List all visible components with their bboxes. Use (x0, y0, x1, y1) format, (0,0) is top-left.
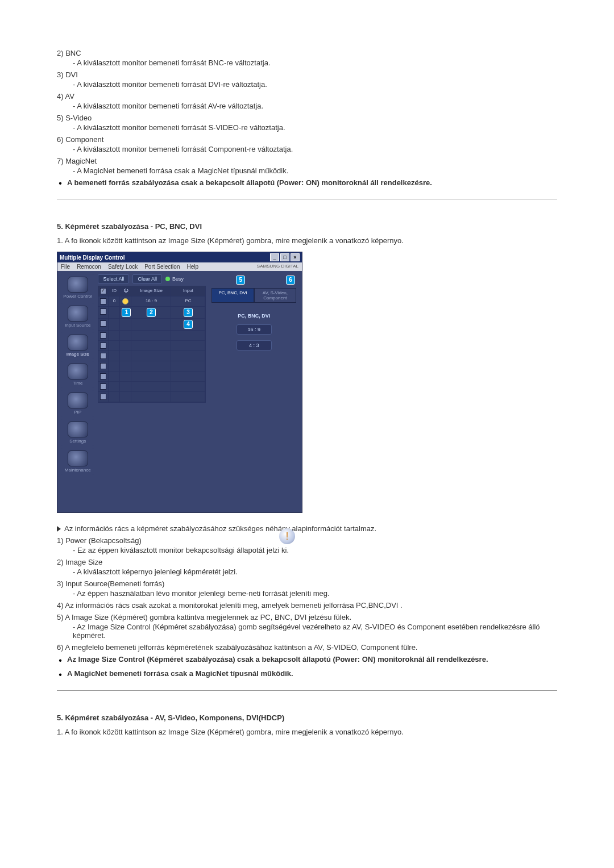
note-text: Az Image Size Control (Képméret szabályo… (67, 655, 557, 663)
list-item: 4) AV (57, 92, 557, 101)
item-number: 4) (57, 92, 64, 101)
sidebar-item-settings[interactable]: Settings (61, 419, 94, 446)
list-item: 2) BNC (57, 49, 557, 57)
cell-input: PC (171, 297, 205, 307)
menu-help[interactable]: Help (186, 264, 198, 270)
section-title: 5. Képméret szabályozása - AV, S-Video, … (57, 713, 557, 722)
tab-pc-bnc-dvi[interactable]: PC, BNC, DVI (211, 288, 254, 303)
row-checkbox[interactable] (100, 298, 106, 304)
callout-1: 1 (122, 308, 131, 317)
grid-header: ✓ ID ⏻ Image Size Input (98, 286, 205, 297)
sidebar-item-image-size[interactable]: Image Size (61, 332, 94, 359)
aspect-16-9-button[interactable]: 16 : 9 (237, 324, 272, 335)
sidebar-item-pip[interactable]: PIP (61, 390, 94, 417)
item-number: 6) (57, 135, 64, 144)
select-all-button[interactable]: Select All (98, 274, 129, 283)
image-size-icon (68, 335, 88, 350)
menu-file[interactable]: File (61, 264, 70, 270)
tabs: PC, BNC, DVI AV, S-Video, Component (211, 288, 296, 303)
grid-row[interactable]: 0 16 : 9 PC (98, 297, 205, 307)
sidebar-label: Power Control (63, 294, 92, 299)
grid-row (98, 341, 205, 351)
busy-label: Busy (172, 276, 184, 282)
window-controls: _ □ × (270, 253, 300, 261)
row-checkbox[interactable] (100, 363, 106, 369)
tab-av-svideo-component[interactable]: AV, S-Video, Component (254, 288, 296, 303)
row-checkbox[interactable] (100, 332, 106, 339)
menu-port-selection[interactable]: Port Selection (144, 264, 180, 270)
info-icon[interactable]: ! (279, 528, 295, 544)
item-label: S-Video (65, 114, 92, 122)
aspect-4-3-button[interactable]: 4 : 3 (237, 340, 272, 350)
item-number: 2) (57, 49, 64, 57)
bullet-icon: • (57, 670, 64, 680)
grid-row (98, 382, 205, 392)
row-checkbox[interactable] (100, 308, 106, 315)
section-intro: 1. A fo ikonok között kattintson az Imag… (57, 236, 557, 245)
menubar: File Remocon Safety Lock Port Selection … (57, 262, 302, 271)
list-item: 7) MagicNet (57, 157, 557, 165)
menu-safety-lock[interactable]: Safety Lock (108, 264, 138, 270)
callout-6: 6 (286, 276, 295, 285)
intro-number: 1. (57, 728, 63, 736)
item-desc: - A kiválasztott monitor bemeneti forrás… (73, 59, 557, 67)
titlebar: Multiple Display Control _ □ × (57, 252, 302, 262)
sidebar-item-power[interactable]: Power Control (61, 274, 94, 301)
header-checkbox[interactable]: ✓ (100, 288, 106, 294)
cell-size: 16 : 9 (131, 297, 171, 307)
power-icon (68, 277, 88, 293)
col-power-icon: ⏻ (120, 286, 131, 297)
intro-text: A fo ikonok között kattintson az Image S… (65, 728, 404, 736)
item-number: 4) (57, 601, 64, 610)
row-checkbox[interactable] (100, 394, 106, 400)
sidebar-item-input[interactable]: Input Source (61, 303, 94, 330)
row-checkbox[interactable] (100, 343, 106, 349)
sidebar-item-time[interactable]: Time (61, 361, 94, 388)
col-input: Input (171, 286, 205, 297)
brand-label: SAMSUNG DIGITAL (257, 264, 298, 270)
mid-list: 1) Power (Bekapcsoltság) - Ez az éppen k… (57, 536, 557, 652)
item-label: Component (65, 135, 103, 144)
note-bullet: • A MagicNet bemeneti forrása csak a Mag… (57, 669, 557, 680)
sidebar: Power Control Input Source Image Size Ti… (61, 274, 94, 475)
row-checkbox[interactable] (100, 373, 106, 379)
item-number: 1) (57, 536, 64, 545)
app-window: Multiple Display Control _ □ × File Remo… (57, 252, 302, 513)
grid-row (98, 361, 205, 372)
minimize-icon[interactable]: _ (270, 253, 279, 261)
menu-remocon[interactable]: Remocon (77, 264, 101, 270)
item-desc: - A kiválasztott monitor bemeneti forrás… (73, 102, 557, 110)
pip-icon (68, 393, 88, 408)
app-footer: ! (57, 478, 302, 512)
maximize-icon[interactable]: □ (280, 253, 289, 261)
item-desc: - Az éppen használatban lévo monitor jel… (73, 589, 557, 598)
power-on-icon (122, 298, 128, 304)
callout-4: 4 (184, 320, 193, 329)
row-checkbox[interactable] (100, 383, 106, 390)
item-label: Az információs rács csak azokat a monito… (65, 601, 402, 610)
item-label: BNC (65, 49, 81, 57)
sidebar-label: Settings (69, 439, 86, 444)
close-icon[interactable]: × (291, 253, 300, 261)
info-arrow-text: Az információs rács a képméret szabályoz… (64, 524, 376, 533)
row-checkbox[interactable] (100, 353, 106, 359)
list-item: 5) A Image Size (Képméret) gombra kattin… (57, 613, 557, 621)
clear-all-button[interactable]: Clear All (132, 274, 162, 283)
item-number: 6) (57, 643, 64, 652)
sidebar-label: PIP (74, 410, 81, 415)
sidebar-label: Input Source (65, 323, 90, 328)
busy-indicator: Busy (165, 276, 184, 282)
row-checkbox[interactable] (100, 320, 106, 327)
intro-text: A fo ikonok között kattintson az Image S… (65, 236, 404, 245)
settings-icon (68, 422, 88, 437)
sidebar-item-maintenance[interactable]: Maintenance (61, 448, 94, 475)
arrow-icon (57, 526, 61, 532)
maintenance-icon (68, 450, 88, 466)
item-desc: - Ez az éppen kiválasztott monitor bekap… (73, 546, 557, 554)
section-title: 5. Képméret szabályozása - PC, BNC, DVI (57, 222, 557, 231)
app-body: Power Control Input Source Image Size Ti… (57, 271, 302, 478)
item-desc: - A kiválasztott monitor bemeneti forrás… (73, 123, 557, 132)
item-number: 2) (57, 558, 64, 566)
grid-row: 1 2 3 (98, 307, 205, 319)
callout-2: 2 (147, 308, 156, 317)
